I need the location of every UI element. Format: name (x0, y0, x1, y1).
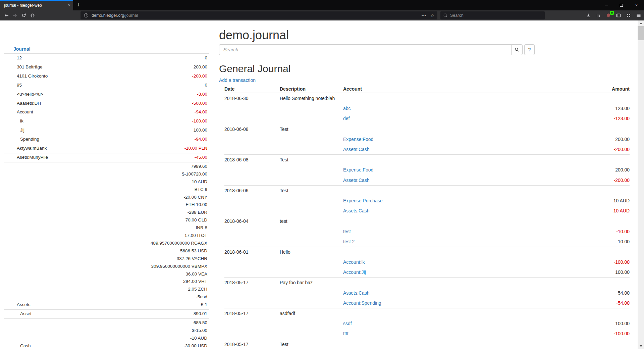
browser-tab-journal[interactable]: journal - hledger-web × (0, 0, 73, 10)
posting-account-link[interactable]: test (343, 229, 351, 234)
sidebar-account-row: lk-100.00 (4, 117, 209, 126)
scroll-up-button[interactable] (638, 20, 644, 26)
window-maximize-button[interactable] (614, 0, 629, 10)
posting-account-link[interactable]: Account:Jij (343, 269, 366, 275)
sidebar-account-link[interactable]: Jij (4, 127, 24, 134)
sidebar-account-link[interactable]: 301 Beiträge (4, 63, 43, 71)
menu-button[interactable] (635, 11, 643, 19)
posting-account-link[interactable]: Expense:Purchase (343, 198, 383, 203)
bookmark-star-icon[interactable]: ☆ (430, 13, 434, 18)
column-header-amount: Amount (612, 86, 630, 92)
posting-account-link[interactable]: Account:Spending (343, 300, 381, 306)
sidebar-account-row: Account-94.00 (4, 108, 209, 117)
extension-button-2[interactable] (625, 11, 633, 19)
page-actions-icon[interactable]: ••• (422, 13, 427, 17)
posting-account-cell: test (343, 229, 616, 234)
sidebar-account-row: 950 (4, 81, 209, 90)
downloads-button[interactable] (584, 11, 592, 19)
sidebar-account-link[interactable]: <u>hello</u> (4, 91, 43, 98)
library-button[interactable] (594, 11, 602, 19)
sidebar-account-link[interactable]: Account (4, 108, 33, 116)
posting-account-link[interactable]: Expense:Food (343, 167, 373, 172)
scrollbar-thumb[interactable] (638, 26, 644, 40)
balance-amount: -94.00 (33, 108, 207, 116)
tab-close-icon[interactable]: × (68, 3, 70, 8)
reload-icon (21, 13, 26, 18)
posting-account-cell: test 2 (343, 239, 618, 244)
balance-amount: -30.00 USD (31, 342, 207, 349)
posting-account-link[interactable]: Assets:Cash (343, 178, 370, 183)
balance-amount: -10 AUD (31, 335, 207, 342)
search-help-button[interactable]: ? (524, 44, 535, 55)
posting-row: Account:Jij100.00 (224, 267, 630, 277)
posting-amount: 200.00 (615, 137, 630, 142)
window-minimize-button[interactable] (599, 0, 614, 10)
page-scrollbar[interactable] (638, 20, 644, 349)
posting-account-link[interactable]: ssdf (343, 321, 352, 326)
balance-amount: 5686.53 USD (31, 247, 207, 255)
new-tab-button[interactable]: + (73, 0, 84, 10)
site-info-icon[interactable] (84, 13, 89, 18)
posting-account-link[interactable]: tttt (343, 331, 348, 336)
sidebar-account-balance: -10.00 PLN (47, 145, 209, 152)
sidebar-account-link[interactable]: 95 (4, 82, 22, 89)
posting-account-link[interactable]: Assets:Cash (343, 147, 370, 152)
sidebar-account-link[interactable]: lk (4, 117, 23, 125)
home-button[interactable] (28, 11, 37, 20)
posting-account-link[interactable]: Assets:Cash (343, 290, 370, 296)
sidebar-account-balance: 100.00 (24, 127, 209, 134)
accounts-sidebar: Journal 120301 Beiträge200.004101 Giroko… (4, 46, 209, 349)
column-header-description: Description (280, 86, 343, 92)
download-icon (586, 13, 591, 18)
transaction-description: Hello (280, 249, 630, 255)
sidebar-journal-heading[interactable]: Journal (4, 46, 209, 54)
window-close-button[interactable]: × (629, 0, 644, 10)
posting-account-link[interactable]: Expense:Food (343, 137, 373, 142)
reload-button[interactable] (19, 11, 28, 20)
balance-amount: $-100720.00 (31, 170, 207, 178)
blocker-extension-button[interactable]: 0 (604, 11, 612, 19)
sidebar-account-link[interactable]: Assets (4, 301, 31, 309)
grid-icon (626, 13, 631, 18)
sidebar-account-link[interactable]: Cash (4, 342, 31, 349)
posting-account-link[interactable]: Account:lk (343, 259, 365, 265)
balance-amount: -100.00 (23, 117, 207, 125)
url-bar[interactable]: demo.hledger.org/journal ••• ☆ (80, 11, 437, 19)
forward-button[interactable] (11, 11, 19, 20)
transaction-date: 2018-06-08 (224, 127, 280, 132)
sidebar-account-link[interactable]: Aktywa:mBank (4, 145, 47, 152)
posting-account-link[interactable]: test 2 (343, 239, 355, 244)
sidebar-account-link[interactable]: 12 (4, 54, 22, 62)
posting-row: Assets:Cash-200.00 (224, 144, 630, 154)
posting-amount: 54.00 (618, 290, 630, 296)
posting-account-link[interactable]: Assets:Cash (343, 208, 370, 213)
minimize-icon (605, 5, 608, 5)
posting-row: Expense:Food200.00 (224, 165, 630, 175)
sidebar-account-link[interactable]: Spending (4, 136, 39, 143)
posting-account-cell: Account:Jij (343, 269, 615, 275)
posting-account-cell: Account:lk (343, 259, 614, 265)
page-title: demo.journal (219, 29, 630, 42)
sidebars-button[interactable] (614, 11, 623, 19)
back-button[interactable] (2, 11, 11, 20)
url-text[interactable]: demo.hledger.org/journal (92, 13, 422, 18)
sidebar-account-link[interactable]: Aaasets:DH (4, 100, 41, 107)
add-transaction-link[interactable]: Add a transaction (219, 78, 256, 83)
posting-row: Expense:Food200.00 (224, 134, 630, 144)
browser-search-box[interactable]: Search (440, 11, 545, 19)
posting-row: abc123.00 (224, 103, 630, 113)
sidebar-account-link[interactable]: 4101 Girokonto (4, 72, 48, 80)
posting-amount: -200.00 (614, 178, 630, 183)
balance-amount: -10.00 PLN (47, 145, 207, 152)
posting-account-link[interactable]: abc (343, 106, 351, 111)
transaction-title-row: 2018-06-06Test (224, 186, 630, 196)
journal-search-input[interactable] (219, 44, 512, 55)
journal-search-button[interactable] (511, 44, 523, 55)
posting-account-link[interactable]: def (343, 116, 350, 121)
posting-account-cell: Expense:Food (343, 167, 615, 172)
sidebar-account-balance: -500.00 (41, 100, 209, 107)
balance-amount: 294.00 VHT (31, 278, 207, 286)
scroll-down-button[interactable] (638, 343, 644, 349)
sidebar-account-link[interactable]: Asets:MunyPile (4, 154, 48, 161)
sidebar-account-link[interactable]: Asset (4, 310, 32, 318)
